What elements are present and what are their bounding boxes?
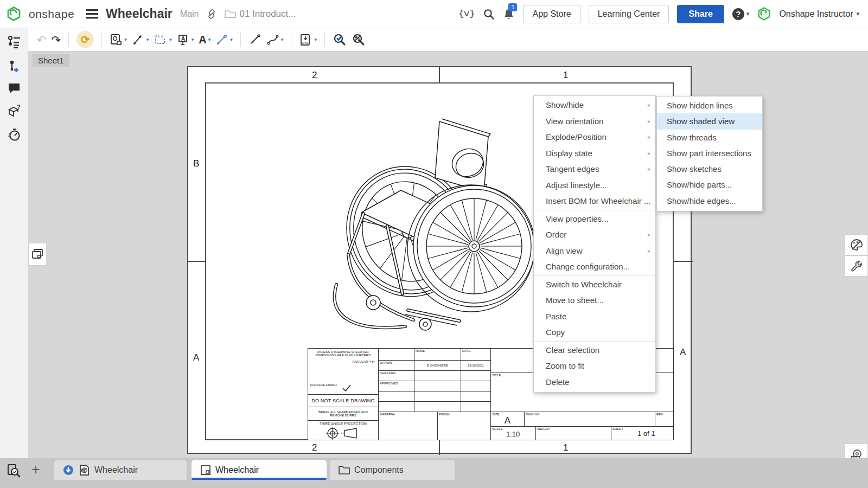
sheet-list-panel-button[interactable] xyxy=(7,35,21,49)
tab-bar: + Wheelchair Wheelchair Components xyxy=(0,458,868,488)
menu-item-change-configuration[interactable]: Change configuration... xyxy=(534,259,655,275)
menu-item-adjust-linestyle[interactable]: Adjust linestyle... xyxy=(534,177,655,194)
menu-item-zoom-to-fit[interactable]: Zoom to fit xyxy=(534,358,655,374)
app-header: onshape Wheelchair Main 01 Introduct... … xyxy=(0,0,868,28)
submenu-item-show-part-intersections[interactable]: Show part intersections xyxy=(657,145,762,161)
learning-center-button[interactable]: Learning Center xyxy=(589,5,669,23)
breadcrumb[interactable]: 01 Introduct... xyxy=(225,9,296,20)
note-button[interactable]: A ▾ xyxy=(177,33,194,46)
leader-button[interactable]: ▾ xyxy=(215,33,233,46)
menu-item-order[interactable]: Order▸ xyxy=(534,227,655,243)
menu-item-insert-bom[interactable]: Insert BOM for Wheelchair ... xyxy=(534,193,655,209)
tab-label: Wheelchair xyxy=(215,465,259,475)
workspace-label[interactable]: Main xyxy=(180,9,199,19)
projection-label: THIRD ANGLE PROJECTION xyxy=(308,421,378,426)
show-hide-submenu: Show hidden lines Show shaded view Show … xyxy=(656,96,763,211)
clear-check-button[interactable] xyxy=(352,33,366,47)
submenu-arrow-icon: ▸ xyxy=(648,145,650,162)
line-tool-button[interactable] xyxy=(248,33,261,46)
rev-label: REV xyxy=(656,413,663,416)
toolbar-separator xyxy=(68,33,69,47)
submenu-item-show-hide-edges[interactable]: Show/hide edges... xyxy=(657,193,762,209)
undo-button[interactable]: ↶ xyxy=(37,34,47,46)
sheets-panel-toggle[interactable] xyxy=(28,243,47,266)
submenu-arrow-icon: ▸ xyxy=(648,97,650,113)
assembly-icon xyxy=(78,464,90,476)
update-views-button[interactable]: ⟳ xyxy=(76,31,94,48)
submenu-item-show-hide-parts[interactable]: Show/hide parts... xyxy=(657,177,762,192)
drawn-name: E CHOINIERE xyxy=(414,360,461,371)
check-drawing-button[interactable] xyxy=(333,33,347,47)
user-logo-icon xyxy=(757,7,771,21)
text-button[interactable]: A ▾ xyxy=(199,34,210,46)
context-menu: Show/hide▸ View orientation▸ Explode/Pos… xyxy=(533,95,656,393)
third-angle-projection-symbol xyxy=(326,427,361,440)
menu-item-paste[interactable]: Paste xyxy=(534,309,655,325)
submenu-item-show-shaded-view[interactable]: Show shaded view xyxy=(657,113,762,129)
sheet-tab[interactable]: Sheet1 xyxy=(33,54,69,67)
active-tab-indicator xyxy=(192,478,327,480)
app-store-button[interactable]: App Store xyxy=(523,5,580,23)
menu-item-display-state[interactable]: Display state▸ xyxy=(534,145,655,162)
parts-help-button[interactable]: ? xyxy=(7,104,21,118)
menu-separator xyxy=(534,341,655,342)
toolbar-separator xyxy=(291,33,291,47)
menu-item-clear-selection[interactable]: Clear selection xyxy=(534,342,655,358)
dropdown-caret-icon: ▾ xyxy=(230,37,233,42)
chevron-down-icon: ▾ xyxy=(856,10,859,17)
submenu-arrow-icon: ▸ xyxy=(648,243,650,259)
variables-icon[interactable]: {v} xyxy=(458,9,475,19)
find-tab-button[interactable] xyxy=(7,464,21,478)
menu-item-copy[interactable]: Copy xyxy=(534,324,655,341)
add-tab-button[interactable]: + xyxy=(31,463,40,477)
submenu-item-show-threads[interactable]: Show threads xyxy=(657,130,762,145)
menu-item-view-orientation[interactable]: View orientation▸ xyxy=(534,113,655,130)
tools-panel-button[interactable] xyxy=(845,255,868,277)
history-button[interactable] xyxy=(7,127,21,142)
comments-button[interactable] xyxy=(7,81,21,95)
menu-item-tangent-edges[interactable]: Tangent edges▸ xyxy=(534,161,655,177)
notifications-button[interactable]: 1 xyxy=(503,8,515,20)
dropdown-caret-icon: ▾ xyxy=(281,37,284,42)
onshape-logo-icon[interactable] xyxy=(7,7,21,21)
angular-note: ANGULAR = ±° xyxy=(308,357,378,363)
link-icon[interactable] xyxy=(206,9,217,20)
menu-item-move-to-sheet[interactable]: Move to sheet... xyxy=(534,292,655,309)
menu-item-align-view[interactable]: Align view▸ xyxy=(534,243,655,259)
insert-view-button[interactable]: ▾ xyxy=(110,33,127,46)
appearance-panel-button[interactable] xyxy=(845,234,868,255)
redo-button[interactable]: ↷ xyxy=(52,34,61,46)
help-menu[interactable]: ? ▾ xyxy=(732,8,750,20)
toolbar-separator xyxy=(324,33,325,47)
user-menu[interactable]: Onshape Instructor ▾ xyxy=(779,9,859,19)
submenu-item-show-sketches[interactable]: Show sketches xyxy=(657,161,762,177)
menu-separator xyxy=(534,275,655,276)
search-icon[interactable] xyxy=(483,8,495,20)
hamburger-menu-icon[interactable] xyxy=(86,9,98,19)
notification-badge: 1 xyxy=(508,3,517,11)
menu-item-delete[interactable]: Delete xyxy=(534,374,655,390)
menu-item-show-hide[interactable]: Show/hide▸ xyxy=(534,97,655,113)
submenu-item-show-hidden-lines[interactable]: Show hidden lines xyxy=(657,98,762,113)
dropdown-caret-icon: ▾ xyxy=(208,37,211,42)
spline-tool-button[interactable]: ▾ xyxy=(266,33,284,46)
folder-icon xyxy=(339,465,350,474)
approved-label: APPROVED xyxy=(380,382,398,385)
menu-item-view-properties[interactable]: View properties... xyxy=(534,211,655,227)
tab-components-folder[interactable]: Components xyxy=(330,460,455,480)
tolerance-note: UNLESS OTHERWISE SPECIFIED, DIMENSIONS A… xyxy=(308,349,378,357)
toolbar-separator xyxy=(240,33,241,47)
export-dxf-button[interactable]: DXF ▾ xyxy=(299,33,317,47)
dropdown-caret-icon: ▾ xyxy=(124,37,127,42)
ordinate-dimension-button[interactable]: 0 1 2 ▾ xyxy=(154,33,172,46)
dwg-no-label: DWG NO. xyxy=(526,413,540,416)
tab-wheelchair-assembly[interactable]: Wheelchair xyxy=(54,460,187,480)
tab-wheelchair-drawing[interactable]: Wheelchair xyxy=(192,460,327,480)
dimension-button[interactable]: ▾ xyxy=(132,33,149,46)
menu-item-switch-to-wheelchair[interactable]: Switch to Wheelchair xyxy=(534,277,655,293)
document-title[interactable]: Wheelchair xyxy=(106,7,173,21)
share-button[interactable]: Share xyxy=(677,5,724,23)
menu-item-explode-position[interactable]: Explode/Position▸ xyxy=(534,129,655,145)
versions-button[interactable] xyxy=(7,60,21,74)
title-label: TITLE xyxy=(492,374,501,377)
